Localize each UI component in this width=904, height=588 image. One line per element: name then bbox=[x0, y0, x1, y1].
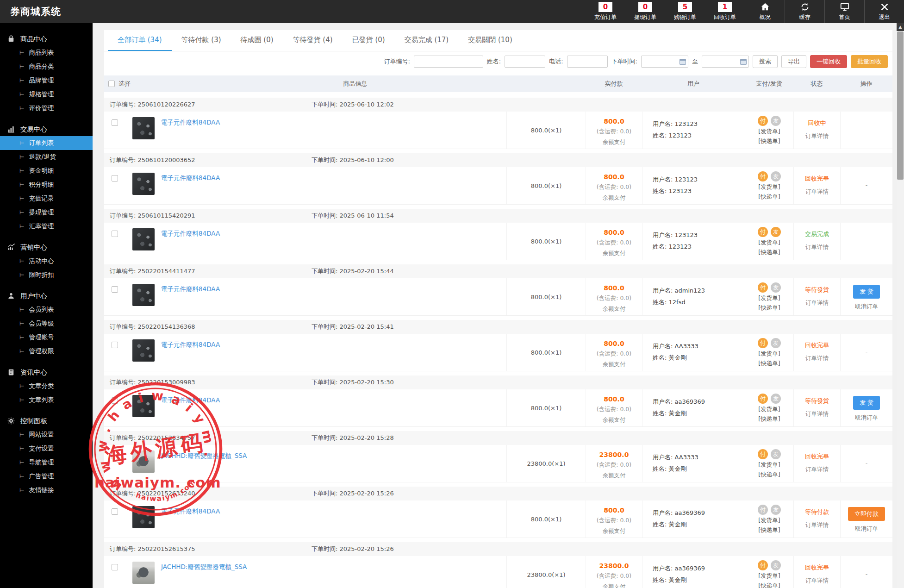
sidebar-item[interactable]: ⊢ 汇率管理 bbox=[0, 219, 93, 233]
product-link[interactable]: 電子元件廢料84DAA bbox=[161, 174, 220, 204]
vertical-scrollbar[interactable]: ▲ bbox=[897, 23, 904, 588]
badge-shopping-orders[interactable]: 5 购物订单 bbox=[665, 0, 705, 23]
nav-logout[interactable]: 退出 bbox=[864, 0, 904, 23]
sidebar-item[interactable]: ⊢ 提现管理 bbox=[0, 206, 93, 219]
express-doc-link[interactable]: [快递单] bbox=[745, 360, 793, 368]
express-doc-link[interactable]: [快递单] bbox=[745, 193, 793, 201]
express-doc-link[interactable]: [快递单] bbox=[745, 415, 793, 423]
express-doc-link[interactable]: [快递单] bbox=[745, 582, 793, 588]
express-doc-link[interactable]: [快递单] bbox=[745, 138, 793, 145]
ship-doc-link[interactable]: [发货单] bbox=[745, 183, 793, 191]
sidebar-item[interactable]: ⊢ 积分明细 bbox=[0, 178, 93, 192]
row-checkbox[interactable] bbox=[112, 564, 118, 570]
row-checkbox[interactable] bbox=[112, 342, 118, 348]
ship-doc-link[interactable]: [发货单] bbox=[745, 239, 793, 247]
order-tab[interactable]: 交易完成 (17) bbox=[395, 30, 459, 51]
sidebar-section-header[interactable]: 营销中心 bbox=[0, 240, 93, 254]
nav-cache[interactable]: 缓存 bbox=[785, 0, 824, 23]
express-doc-link[interactable]: [快递单] bbox=[745, 249, 793, 256]
sidebar-item[interactable]: ⊢ 管理权限 bbox=[0, 344, 93, 358]
row-checkbox[interactable] bbox=[112, 231, 118, 237]
sidebar-item[interactable]: ⊢ 品牌管理 bbox=[0, 74, 93, 88]
sidebar-item[interactable]: ⊢ 友情链接 bbox=[0, 483, 93, 497]
order-tab[interactable]: 交易關閉 (10) bbox=[458, 30, 522, 51]
ship-doc-link[interactable]: [发货单] bbox=[745, 128, 793, 136]
express-doc-link[interactable]: [快递单] bbox=[745, 526, 793, 534]
ship-doc-link[interactable]: [发货单] bbox=[745, 406, 793, 413]
sidebar-item[interactable]: ⊢ 会员列表 bbox=[0, 303, 93, 317]
nav-overview[interactable]: 概况 bbox=[745, 0, 785, 23]
order-detail-link[interactable]: 订单详情 bbox=[794, 521, 840, 529]
product-link[interactable]: 電子元件廢料84DAA bbox=[161, 341, 220, 371]
batch-recycle-button[interactable]: 批量回收 bbox=[851, 55, 888, 68]
order-action[interactable]: 发 货 bbox=[853, 396, 880, 410]
order-no-input[interactable] bbox=[414, 56, 483, 68]
sidebar-item[interactable]: ⊢ 会员等级 bbox=[0, 317, 93, 331]
product-link[interactable]: JACHHD:廢舊變壓器電櫃_SSA bbox=[161, 563, 247, 588]
sidebar-item[interactable]: ⊢ 限时折扣 bbox=[0, 268, 93, 282]
order-detail-link[interactable]: 订单详情 bbox=[794, 244, 840, 251]
sidebar-item[interactable]: ⊢ 规格管理 bbox=[0, 88, 93, 101]
sidebar-section-header[interactable]: 交易中心 bbox=[0, 122, 93, 136]
order-tab[interactable]: 待成團 (0) bbox=[231, 30, 283, 51]
order-tab[interactable]: 等待發貨 (4) bbox=[283, 30, 343, 51]
one-key-recycle-button[interactable]: 一键回收 bbox=[810, 55, 847, 68]
sidebar-item[interactable]: ⊢ 资金明细 bbox=[0, 164, 93, 178]
order-detail-link[interactable]: 订单详情 bbox=[794, 299, 840, 307]
order-tab[interactable]: 等待付款 (3) bbox=[172, 30, 231, 51]
product-link[interactable]: 電子元件廢料84DAA bbox=[161, 285, 220, 315]
order-action[interactable]: 取消订单 bbox=[855, 303, 878, 311]
order-action[interactable]: 取消订单 bbox=[855, 525, 878, 533]
nav-homepage[interactable]: 首页 bbox=[824, 0, 864, 23]
sidebar-item[interactable]: ⊢ 退款/退货 bbox=[0, 150, 93, 164]
sidebar-item[interactable]: ⊢ 导航管理 bbox=[0, 456, 93, 469]
badge-recycle-orders[interactable]: 1 回收订单 bbox=[705, 0, 745, 23]
sidebar-section-header[interactable]: 控制面板 bbox=[0, 414, 93, 428]
badge-withdraw-orders[interactable]: 0 提现订单 bbox=[625, 0, 665, 23]
order-action[interactable]: 立即付款 bbox=[848, 507, 885, 521]
row-checkbox[interactable] bbox=[112, 175, 118, 181]
order-detail-link[interactable]: 订单详情 bbox=[794, 188, 840, 196]
ship-doc-link[interactable]: [发货单] bbox=[745, 350, 793, 358]
scrollbar-thumb[interactable] bbox=[897, 31, 904, 180]
sidebar-item[interactable]: ⊢ 评价管理 bbox=[0, 101, 93, 115]
row-checkbox[interactable] bbox=[112, 453, 118, 459]
select-all-checkbox[interactable] bbox=[108, 81, 115, 87]
sidebar-item[interactable]: ⊢ 支付设置 bbox=[0, 442, 93, 456]
ship-doc-link[interactable]: [发货单] bbox=[745, 461, 793, 469]
order-detail-link[interactable]: 订单详情 bbox=[794, 577, 840, 585]
sidebar-item[interactable]: ⊢ 商品分类 bbox=[0, 60, 93, 74]
sidebar-item[interactable]: ⊢ 网站设置 bbox=[0, 428, 93, 442]
row-checkbox[interactable] bbox=[112, 397, 118, 404]
ship-doc-link[interactable]: [发货单] bbox=[745, 517, 793, 525]
sidebar-item[interactable]: ⊢ 管理帐号 bbox=[0, 331, 93, 344]
sidebar-section-header[interactable]: 商品中心 bbox=[0, 32, 93, 46]
sidebar-section-header[interactable]: 资讯中心 bbox=[0, 365, 93, 379]
order-detail-link[interactable]: 订单详情 bbox=[794, 466, 840, 474]
calendar-icon[interactable] bbox=[740, 59, 747, 65]
ship-doc-link[interactable]: [发货单] bbox=[745, 572, 793, 580]
express-doc-link[interactable]: [快递单] bbox=[745, 304, 793, 312]
search-button[interactable]: 搜索 bbox=[753, 55, 778, 68]
row-checkbox[interactable] bbox=[112, 286, 118, 293]
product-link[interactable]: 電子元件廢料84DAA bbox=[161, 230, 220, 260]
order-detail-link[interactable]: 订单详情 bbox=[794, 132, 840, 140]
product-link[interactable]: 電子元件廢料84DAA bbox=[161, 396, 220, 426]
sidebar-item[interactable]: ⊢ 活动中心 bbox=[0, 254, 93, 268]
order-tab[interactable]: 全部订单 (34) bbox=[108, 30, 172, 51]
export-button[interactable]: 导出 bbox=[781, 55, 806, 68]
sidebar-section-header[interactable]: 用户中心 bbox=[0, 289, 93, 303]
order-detail-link[interactable]: 订单详情 bbox=[794, 355, 840, 363]
sidebar-item[interactable]: ⊢ 广告管理 bbox=[0, 469, 93, 483]
product-link[interactable]: 電子元件廢料84DAA bbox=[161, 507, 220, 538]
order-action[interactable]: 发 货 bbox=[853, 285, 880, 299]
product-link[interactable]: JACHHD:廢舊變壓器電櫃_SSA bbox=[161, 452, 247, 482]
sidebar-item[interactable]: ⊢ 订单列表 bbox=[0, 136, 93, 150]
phone-input[interactable] bbox=[567, 56, 608, 68]
badge-recharge-orders[interactable]: 0 充值订单 bbox=[586, 0, 625, 23]
ship-doc-link[interactable]: [发货单] bbox=[745, 294, 793, 302]
product-link[interactable]: 電子元件廢料84DAA bbox=[161, 119, 220, 149]
sidebar-item[interactable]: ⊢ 商品列表 bbox=[0, 46, 93, 60]
order-tab[interactable]: 已發貨 (0) bbox=[343, 30, 395, 51]
row-checkbox[interactable] bbox=[112, 508, 118, 515]
